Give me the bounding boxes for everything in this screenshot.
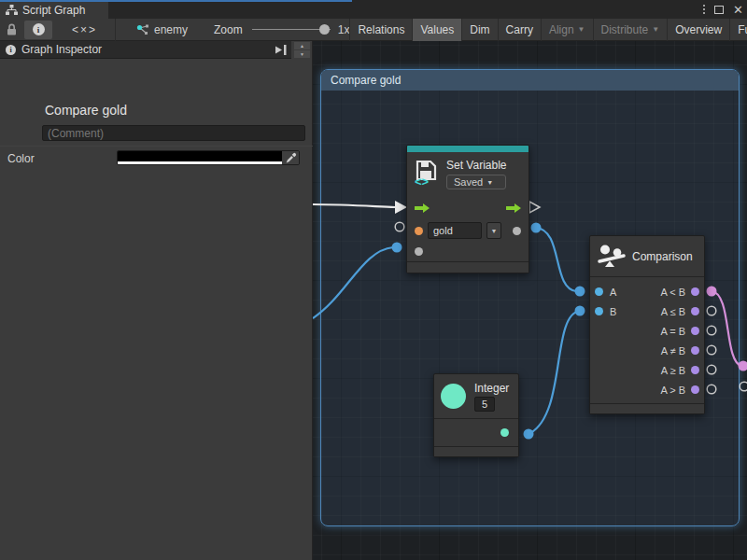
toolbar-left-group: i <×> enemy Zoom 1x (0, 19, 349, 41)
tab-script-graph[interactable]: Script Graph (0, 2, 108, 19)
graph-inspector-title: Graph Inspector (21, 43, 102, 56)
output-equal-label: A = B (660, 326, 685, 337)
node-footer (434, 446, 518, 456)
value-in-row (407, 242, 529, 261)
node-footer (407, 261, 529, 273)
output-greater-label: A > B (660, 385, 685, 396)
dock-panel-icon[interactable] (275, 44, 288, 56)
info-icon: i (33, 23, 45, 35)
node-header[interactable]: Integer (434, 374, 518, 419)
output-lessequal-port-icon[interactable] (691, 307, 699, 315)
node-header[interactable]: Comparison (590, 236, 704, 277)
input-a-port-icon[interactable] (595, 287, 603, 296)
close-icon[interactable]: ✕ (733, 4, 743, 16)
graph-context-breadcrumb[interactable]: enemy (136, 23, 188, 36)
node-title: Comparison (632, 250, 693, 263)
color-rgb-strip (118, 151, 282, 161)
node-accent-strip (407, 146, 529, 152)
integer-value-input[interactable] (474, 397, 495, 412)
tab-bar: Script Graph ✕ (0, 0, 747, 19)
comparison-less-port[interactable] (707, 287, 717, 297)
node-body (434, 419, 518, 446)
menu-icon[interactable] (703, 5, 705, 14)
setvar-value-in-port[interactable] (392, 243, 402, 253)
input-a-label: A (610, 287, 616, 298)
lock-icon (7, 23, 17, 35)
output-greater-port-icon[interactable] (691, 385, 699, 394)
color-field[interactable] (117, 150, 300, 165)
integer-out-port[interactable] (524, 429, 534, 440)
comparison-b-port[interactable] (575, 306, 585, 316)
value-out-port-icon[interactable] (513, 227, 521, 235)
offscreen-port-unconnected[interactable] (740, 382, 747, 391)
node-set-variable[interactable]: <> Set Variable Saved ▼ (406, 145, 529, 273)
graph-title: Compare gold (45, 103, 127, 118)
zoom-label: Zoom (214, 23, 243, 36)
graph-inspector-panel: i Graph Inspector ▲ ▼ Compare gold Color (0, 41, 313, 560)
spin-down-icon[interactable]: ▼ (294, 50, 310, 58)
dim-button[interactable]: Dim (462, 19, 498, 41)
code-view-button[interactable]: <×> (54, 19, 116, 41)
chevron-down-icon: ▼ (486, 179, 493, 186)
group-title: Compare gold (331, 74, 401, 87)
set-variable-icon: <> (415, 159, 439, 187)
panel-spinner: ▲ ▼ (294, 42, 310, 58)
window-controls: ✕ (703, 2, 743, 17)
setvar-value-out-port[interactable] (531, 223, 542, 233)
tab-label: Script Graph (22, 4, 85, 17)
variable-name-port-icon[interactable] (415, 227, 423, 235)
lock-button[interactable] (0, 19, 22, 41)
output-lessequal-label: A ≤ B (661, 306, 685, 317)
color-swatch[interactable] (118, 151, 282, 164)
value-in-port-icon[interactable] (415, 247, 423, 256)
output-notequal-port-icon[interactable] (691, 346, 699, 355)
node-title: Set Variable (446, 159, 506, 172)
comparison-a-port[interactable] (575, 287, 585, 297)
comment-input[interactable] (42, 125, 305, 141)
full-screen-button[interactable]: Full Screen (730, 19, 747, 41)
zoom-value: 1x (338, 23, 350, 36)
distribute-dropdown[interactable]: Distribute▼ (594, 19, 669, 41)
chevron-down-icon: ▼ (578, 25, 585, 34)
spin-up-icon[interactable]: ▲ (294, 42, 310, 49)
output-less-port-icon[interactable] (691, 287, 699, 296)
control-out-icon[interactable] (506, 203, 521, 213)
control-in-icon[interactable] (415, 203, 430, 213)
carry-button[interactable]: Carry (499, 19, 542, 41)
variable-row: gold ▼ (407, 219, 529, 242)
eyedropper-icon (285, 152, 297, 164)
toolbar-right-group: Relations Values Dim Carry Align▼ Distri… (349, 19, 747, 41)
output-notequal-label: A ≠ B (661, 345, 685, 357)
chevron-down-icon: ▼ (652, 25, 659, 34)
divider (0, 146, 313, 147)
maximize-icon[interactable] (714, 6, 724, 14)
zoom-control: Zoom 1x (214, 23, 349, 36)
align-dropdown[interactable]: Align▼ (542, 19, 594, 41)
graph-icon (6, 5, 18, 16)
group-header[interactable]: Compare gold (321, 70, 739, 91)
zoom-slider-handle[interactable] (319, 24, 330, 35)
info-icon: i (6, 45, 16, 55)
overview-button[interactable]: Overview (668, 19, 730, 41)
output-equal-port-icon[interactable] (691, 327, 699, 335)
output-less-label: A < B (660, 287, 685, 298)
zoom-slider[interactable] (252, 29, 331, 30)
input-b-port-icon[interactable] (595, 307, 603, 315)
graph-context-label: enemy (154, 23, 188, 36)
values-button[interactable]: Values (413, 19, 462, 41)
subgraph-icon (136, 24, 149, 35)
variable-select-caret[interactable]: ▼ (486, 222, 501, 239)
integer-icon (441, 384, 466, 409)
node-body: A A < B B A ≤ B A = B A ≠ B (590, 277, 704, 403)
variable-select[interactable]: gold (428, 222, 482, 239)
output-greaterequal-port-icon[interactable] (691, 366, 699, 374)
node-comparison[interactable]: Comparison A A < B B A ≤ B A = B (589, 235, 705, 414)
inspector-toggle-button[interactable]: i (24, 21, 52, 39)
eyedropper-button[interactable] (282, 151, 299, 164)
node-header[interactable]: <> Set Variable Saved ▼ (407, 152, 529, 197)
integer-out-port-icon[interactable] (500, 428, 509, 437)
relations-button[interactable]: Relations (350, 19, 413, 41)
variable-scope-dropdown[interactable]: Saved ▼ (446, 175, 506, 189)
node-integer[interactable]: Integer (433, 373, 519, 457)
graph-canvas[interactable]: Compare gold (313, 41, 747, 560)
